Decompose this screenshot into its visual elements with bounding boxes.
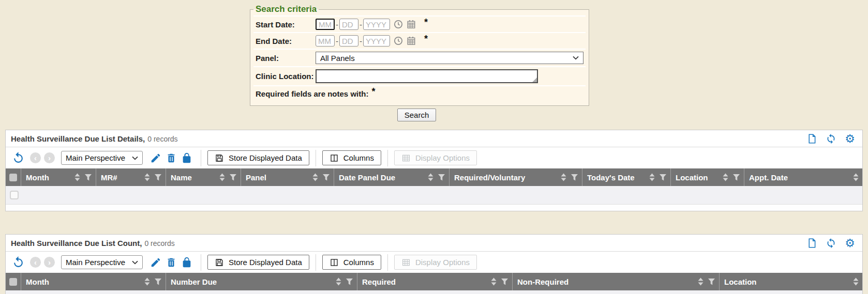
refresh-icon[interactable]	[826, 133, 836, 144]
column-header-todays-date[interactable]: Today's Date	[582, 168, 671, 186]
end-date-row: End Date: - - *	[253, 32, 586, 49]
panel-row: Panel: All Panels	[253, 49, 586, 66]
clinic-location-field	[316, 69, 538, 83]
column-header-location[interactable]: Location	[671, 168, 744, 186]
previous-perspective-button[interactable]: ‹	[30, 257, 41, 268]
toolbar-divider	[316, 150, 316, 166]
perspective-select[interactable]: Main Perspective	[61, 151, 143, 165]
store-displayed-data-button[interactable]: Store Displayed Data	[207, 150, 309, 165]
sort-icon[interactable]	[561, 173, 566, 181]
row-checkbox[interactable]	[10, 191, 19, 199]
search-button[interactable]: Search	[397, 109, 437, 121]
select-all-checkbox[interactable]	[9, 278, 17, 286]
column-header-panel[interactable]: Panel	[241, 168, 334, 186]
clinic-location-input[interactable]	[316, 69, 538, 83]
sort-icon[interactable]	[698, 277, 704, 286]
trash-icon[interactable]	[166, 152, 177, 164]
calendar-icon[interactable]	[407, 36, 416, 45]
search-criteria-legend: Search criteria	[253, 4, 319, 14]
filter-icon[interactable]	[322, 174, 330, 181]
sort-icon[interactable]	[219, 173, 225, 181]
end-date-year-input[interactable]	[363, 35, 390, 47]
filter-icon[interactable]	[154, 278, 162, 285]
column-header-mr[interactable]: MR#	[96, 168, 166, 186]
sort-icon[interactable]	[649, 173, 655, 181]
gear-icon[interactable]: ⚙	[845, 134, 855, 144]
filter-icon[interactable]	[708, 278, 715, 285]
table-row[interactable]	[6, 186, 862, 205]
sort-icon[interactable]	[312, 173, 318, 181]
column-header-non-required[interactable]: Non-Required	[513, 273, 720, 290]
column-header-required-voluntary[interactable]: Required/Voluntary	[450, 168, 582, 186]
calendar-icon[interactable]	[407, 20, 416, 29]
trash-icon[interactable]	[166, 257, 177, 268]
column-header-date-panel-due[interactable]: Date Panel Due	[334, 168, 450, 186]
date-separator: -	[336, 37, 338, 45]
due-list-count-panel: Health Surveillance Due List Count, 0 re…	[5, 234, 863, 294]
start-date-year-input[interactable]	[363, 19, 390, 30]
toolbar-divider	[387, 254, 388, 271]
column-header-required[interactable]: Required	[357, 273, 513, 290]
display-options-button[interactable]: Display Options	[394, 255, 477, 270]
table-row[interactable]	[6, 290, 862, 294]
clock-icon[interactable]	[394, 36, 403, 45]
filter-icon[interactable]	[659, 174, 667, 181]
start-date-day-input[interactable]	[339, 19, 358, 30]
export-document-icon[interactable]	[806, 238, 817, 249]
sort-icon[interactable]	[853, 277, 859, 286]
start-date-month-input[interactable]	[316, 19, 335, 30]
column-header-appt-date[interactable]: Appt. Date	[744, 168, 862, 186]
filter-icon[interactable]	[229, 174, 237, 181]
sort-icon[interactable]	[74, 173, 80, 181]
filter-icon[interactable]	[84, 174, 92, 181]
column-header-location[interactable]: Location	[720, 273, 862, 290]
clock-icon[interactable]	[394, 20, 403, 29]
refresh-icon[interactable]	[826, 238, 836, 249]
sort-icon[interactable]	[336, 277, 341, 286]
resize-grip[interactable]	[532, 78, 537, 82]
edit-pencil-icon[interactable]	[150, 257, 161, 268]
next-perspective-button[interactable]: ›	[44, 152, 55, 163]
sort-icon[interactable]	[144, 277, 150, 286]
previous-perspective-button[interactable]: ‹	[30, 152, 41, 163]
filter-icon[interactable]	[154, 174, 162, 181]
toolbar-divider	[201, 254, 201, 271]
lock-icon[interactable]	[181, 257, 192, 268]
record-count: 0 records	[147, 135, 177, 143]
due-list-details-panel: Health Surveillance Due List Details, 0 …	[5, 130, 863, 211]
end-date-day-input[interactable]	[339, 35, 358, 47]
reset-perspective-icon[interactable]	[12, 151, 25, 164]
panel-select-value: All Panels	[320, 54, 355, 63]
filter-icon[interactable]	[501, 278, 508, 285]
next-perspective-button[interactable]: ›	[44, 257, 55, 268]
panel-select[interactable]: All Panels	[316, 52, 583, 64]
filter-icon[interactable]	[732, 174, 740, 181]
store-displayed-data-button[interactable]: Store Displayed Data	[207, 255, 309, 270]
filter-icon[interactable]	[571, 174, 578, 181]
sort-icon[interactable]	[428, 173, 433, 181]
sort-icon[interactable]	[491, 277, 497, 286]
export-document-icon[interactable]	[806, 133, 817, 144]
sort-icon[interactable]	[144, 173, 150, 181]
filter-icon[interactable]	[346, 278, 353, 285]
start-date-label: Start Date:	[256, 20, 316, 29]
edit-pencil-icon[interactable]	[150, 152, 161, 164]
filter-icon[interactable]	[438, 174, 445, 181]
select-all-checkbox[interactable]	[9, 174, 17, 181]
perspective-select[interactable]: Main Perspective	[61, 255, 143, 269]
sort-icon[interactable]	[723, 173, 728, 181]
start-date-row: Start Date: - - *	[253, 16, 586, 32]
sort-icon[interactable]	[853, 173, 859, 181]
columns-button[interactable]: Columns	[322, 255, 381, 270]
gear-icon[interactable]: ⚙	[845, 238, 855, 249]
columns-button[interactable]: Columns	[322, 150, 381, 165]
display-options-button[interactable]: Display Options	[394, 150, 477, 165]
column-header-number-due[interactable]: Number Due	[166, 273, 357, 290]
column-header-name[interactable]: Name	[166, 168, 241, 186]
reset-perspective-icon[interactable]	[12, 256, 25, 269]
end-date-month-input[interactable]	[316, 35, 335, 47]
lock-icon[interactable]	[181, 152, 192, 164]
column-header-month[interactable]: Month	[21, 273, 166, 290]
column-header-month[interactable]: Month	[21, 168, 96, 186]
toolbar-divider	[387, 150, 388, 166]
